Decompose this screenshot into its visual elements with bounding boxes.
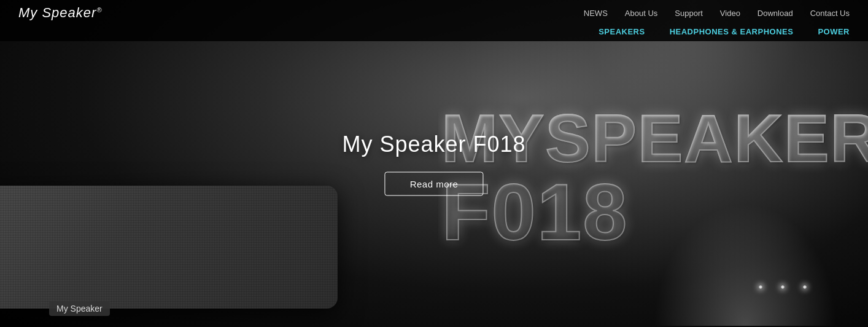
header: My Speaker® NEWS About Us Support Video … [0, 0, 868, 41]
nav-power[interactable]: POWER [818, 27, 850, 36]
spotlight-dot-2 [781, 285, 785, 289]
nav-download[interactable]: Download [758, 9, 793, 18]
nav-about[interactable]: About Us [625, 9, 657, 18]
spotlight-dots [759, 285, 807, 289]
spotlight-dot-1 [759, 285, 762, 289]
hero-title: My Speaker F018 [342, 132, 525, 157]
read-more-button[interactable]: Read more [385, 172, 484, 196]
nav-support[interactable]: Support [675, 9, 703, 18]
speaker-body [0, 186, 338, 309]
speaker-image: My Speaker [0, 143, 356, 327]
hero-content: My Speaker F018 Read more [342, 132, 525, 196]
nav-headphones[interactable]: HEADPHONES & EARPHONES [670, 27, 794, 36]
nav-contact[interactable]: Contact Us [810, 9, 850, 18]
secondary-nav: SPEAKERS HEADPHONES & EARPHONES POWER [0, 25, 868, 41]
nav-top-bar: My Speaker® NEWS About Us Support Video … [0, 0, 868, 25]
nav-news[interactable]: NEWS [584, 9, 608, 18]
nav-video[interactable]: Video [720, 9, 740, 18]
speaker-fabric-texture [0, 186, 338, 309]
speaker-brand-label: My Speaker [49, 301, 110, 316]
spotlight-dot-3 [803, 285, 807, 289]
site-logo[interactable]: My Speaker® [18, 5, 103, 21]
hero-section: My Speaker MYSPEAKER F018 My Speaker F01… [0, 0, 868, 327]
nav-speakers[interactable]: SPEAKERS [599, 27, 645, 36]
primary-nav: NEWS About Us Support Video Download Con… [584, 9, 850, 18]
